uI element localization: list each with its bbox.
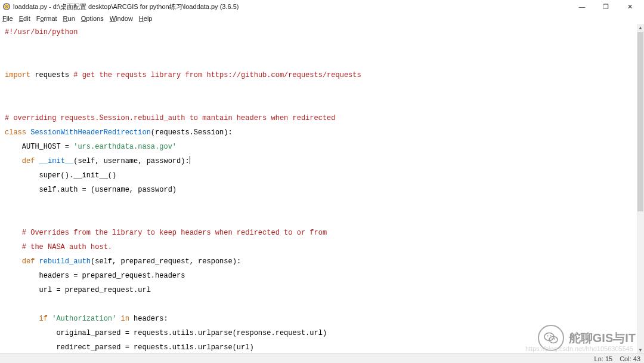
code-token-funcname: __init__	[35, 157, 73, 165]
code-token-string: 'Authorization'	[48, 315, 116, 323]
menu-bar: File Edit Format Run Options Window Help	[0, 13, 644, 24]
minimize-button[interactable]: —	[570, 0, 594, 13]
code-token: (requests.Session):	[151, 128, 233, 137]
code-line: #!/usr/bin/python	[5, 28, 78, 36]
window-title: loaddata.py - d:\桌面配置 desktop\ARCGIS for…	[13, 2, 570, 11]
status-line: Ln: 15	[595, 355, 613, 362]
status-column: Col: 43	[620, 355, 640, 362]
code-line: redirect_parsed = requests.utils.urlpars…	[5, 343, 254, 352]
maximize-button[interactable]: ❐	[594, 0, 618, 13]
code-token-funcname: rebuild_auth	[35, 257, 91, 266]
code-line: # overriding requests.Session.rebuild_au…	[5, 114, 336, 122]
code-line: # Overrides from the library to keep hea…	[5, 229, 327, 237]
code-token-keyword: import	[5, 71, 30, 79]
code-token-classname: SessionWithHeaderRedirection	[26, 128, 151, 137]
code-token: (self, username, password):	[73, 157, 189, 165]
window-controls: — ❐ ✕	[570, 0, 642, 13]
code-token: __init__	[73, 171, 108, 180]
scroll-thumb[interactable]	[637, 32, 643, 211]
vertical-scrollbar[interactable]: ▲ ▼	[637, 24, 644, 353]
code-line: url = prepared_request.url	[5, 286, 151, 294]
code-token-keyword: def	[5, 157, 35, 165]
code-token-keyword: def	[5, 257, 35, 266]
close-button[interactable]: ✕	[618, 0, 642, 13]
menu-edit[interactable]: Edit	[19, 15, 30, 22]
title-bar: loaddata.py - d:\桌面配置 desktop\ARCGIS for…	[0, 0, 644, 13]
code-token: headers:	[129, 315, 168, 323]
code-token-comment: # get the requsts library from https://g…	[73, 71, 361, 79]
code-token: super().	[5, 171, 73, 180]
code-line: # the NASA auth host.	[5, 243, 112, 251]
code-token-keyword: in	[116, 315, 129, 323]
code-line: headers = prepared_request.headers	[5, 272, 185, 280]
scroll-down-arrow[interactable]: ▼	[637, 346, 644, 353]
menu-help[interactable]: Help	[139, 15, 153, 22]
code-token: (self, prepared_request, response):	[91, 257, 241, 266]
code-token: ()	[108, 171, 116, 180]
code-token-keyword: if	[5, 315, 48, 323]
app-icon	[2, 2, 11, 11]
code-token-keyword: class	[5, 128, 26, 137]
menu-format[interactable]: Format	[36, 15, 57, 22]
menu-file[interactable]: File	[2, 15, 13, 22]
menu-run[interactable]: Run	[63, 15, 75, 22]
code-content[interactable]: #!/usr/bin/python import requests # get …	[0, 24, 637, 353]
status-bar: Ln: 15 Col: 43	[0, 353, 644, 363]
editor-area[interactable]: #!/usr/bin/python import requests # get …	[0, 24, 637, 353]
menu-options[interactable]: Options	[81, 15, 104, 22]
scroll-up-arrow[interactable]: ▲	[637, 24, 644, 31]
code-line: original_parsed = requests.utils.urlpars…	[5, 329, 327, 337]
code-token: requests	[30, 71, 73, 79]
text-cursor	[190, 156, 190, 164]
code-token-string: 'urs.earthdata.nasa.gov'	[73, 143, 177, 151]
code-token: AUTH_HOST =	[5, 143, 73, 151]
code-line: self.auth = (username, password)	[5, 186, 177, 194]
menu-window[interactable]: Window	[110, 15, 133, 22]
